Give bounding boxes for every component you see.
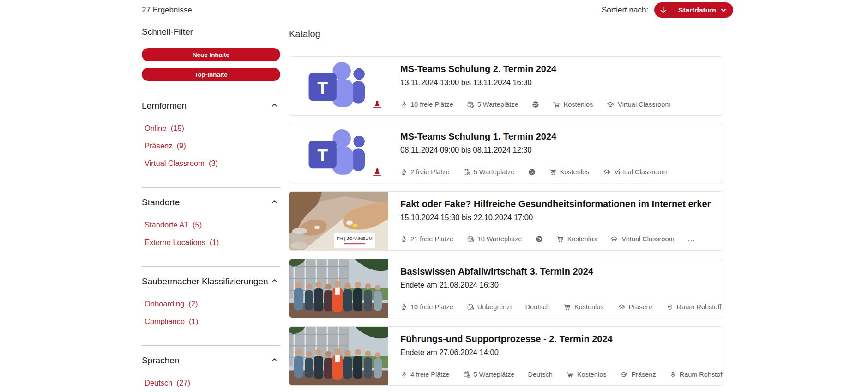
ms-teams-logo: T (305, 61, 373, 111)
svg-text:T: T (317, 146, 328, 165)
quick-filter-title: Schnell-Filter (142, 27, 280, 37)
meta-label: Kostenlos (564, 101, 593, 108)
course-card-list: T MS-Teams Schulung 2. Termin 202413.11.… (289, 56, 723, 386)
location-pin-icon (669, 371, 676, 378)
globe-icon (536, 235, 543, 243)
meta-label: 10 freie Plätze (410, 303, 453, 311)
team-group-photo (289, 259, 388, 318)
calendar-clock-icon (467, 235, 474, 243)
team-group-photo (289, 327, 388, 385)
meta-item: Raum Rohstoff (669, 371, 723, 378)
course-card[interactable]: T MS-Teams Schulung 1. Termin 202408.11.… (289, 124, 723, 183)
meta-label: Präsenz (631, 371, 656, 378)
course-card-content: Führungs-und Supportprozesse - 2. Termin… (388, 327, 723, 385)
calendar-clock-icon (467, 101, 474, 108)
course-card-content: Fakt oder Fake? Hilfreiche Gesundheitsin… (388, 192, 723, 250)
shopping-cart-icon (566, 371, 574, 378)
course-date: Endete am 27.06.2024 14:00 (400, 348, 711, 357)
course-date: 08.11.2024 09:00 bis 08.11.2024 12:30 (400, 146, 711, 154)
meta-label: 5 Warteplätze (474, 371, 515, 378)
filter-sidebar: Schnell-Filter Neue Inhalte Top-Inhalte … (142, 27, 280, 392)
quick-filter-neue-inhalte-button[interactable]: Neue Inhalte (142, 48, 280, 61)
quick-filter-top-inhalte-button[interactable]: Top-Inhalte (142, 68, 280, 81)
page-title: Katalog (289, 29, 723, 39)
microphone-icon (400, 371, 407, 378)
calendar-clock-icon (467, 303, 474, 311)
course-title[interactable]: Führungs-und Supportprozesse - 2. Termin… (400, 334, 711, 344)
shopping-cart-icon (553, 101, 561, 108)
course-card[interactable]: T MS-Teams Schulung 2. Termin 202413.11.… (289, 56, 723, 116)
chevron-up-icon[interactable] (271, 198, 278, 208)
meta-item (536, 235, 543, 243)
location-pin-icon (667, 303, 674, 311)
course-title[interactable]: Fakt oder Fake? Hilfreiche Gesundheitsin… (400, 199, 711, 209)
meta-label: Virtual Classroom (618, 101, 670, 108)
filter-section-header[interactable]: Sprachen (142, 346, 280, 366)
filter-section-header[interactable]: Lernformen (142, 91, 280, 111)
sort-label: Sortiert nach: (602, 6, 648, 15)
meta-label: Kostenlos (560, 168, 590, 176)
filter-option-list: Deutsch(27)Englisch (GB)(23) (142, 366, 280, 392)
meta-item: Kostenlos (549, 168, 590, 176)
filter-option-count: (27) (177, 379, 190, 387)
filter-option[interactable]: Online(15) (145, 124, 280, 133)
filter-section-title: Sprachen (142, 355, 179, 366)
brand-mark-icon (372, 168, 383, 177)
course-title[interactable]: MS-Teams Schulung 1. Termin 2024 (400, 131, 711, 142)
svg-text:FH | JOANNEUM: FH | JOANNEUM (337, 236, 372, 241)
filter-option[interactable]: Externe Locations(1) (145, 238, 280, 247)
filter-option[interactable]: Standorte AT(5) (145, 220, 280, 229)
course-thumbnail: T (289, 124, 388, 183)
meta-label: 10 freie Plätze (410, 101, 453, 108)
course-card-content: MS-Teams Schulung 1. Termin 202408.11.20… (388, 124, 723, 183)
meta-item (528, 168, 536, 176)
meta-item: 5 Warteplätze (467, 101, 518, 108)
chevron-up-icon[interactable] (271, 356, 278, 366)
meta-label: 10 Warteplätze (477, 235, 522, 243)
meta-item: 5 Warteplätze (463, 371, 515, 378)
filter-option[interactable]: Compliance(1) (145, 317, 280, 326)
meta-label: Virtual Classroom (621, 235, 674, 243)
course-card[interactable]: FH | JOANNEUM Fakt oder Fake? Hilfreiche… (289, 191, 723, 251)
filter-option-label: Online (145, 124, 167, 132)
filter-section-header[interactable]: Standorte (142, 188, 280, 208)
meta-item: Unbegrenzt (467, 303, 512, 311)
course-card[interactable]: Basiswissen Abfallwirtschaft 3. Termin 2… (289, 259, 723, 318)
meta-item: Kostenlos (566, 371, 607, 378)
filter-option-count: (15) (171, 124, 184, 132)
graduation-cap-icon (617, 303, 626, 311)
course-meta-row: 10 freie PlätzeUnbegrenztDeutschKostenlo… (400, 303, 711, 311)
filter-option-label: Deutsch (145, 379, 173, 387)
microphone-icon (400, 303, 407, 311)
hands-pills-photo: FH | JOANNEUM (289, 192, 388, 250)
filter-option-label: Präsenz (145, 141, 173, 150)
brand-mark-icon (372, 100, 383, 110)
filter-section-header[interactable]: Saubermacher Klassifizierungen (142, 267, 280, 287)
filter-option-label: Virtual Classroom (145, 159, 205, 167)
chevron-up-icon[interactable] (271, 101, 278, 111)
sort-button-label: Startdatum (672, 6, 720, 14)
filter-option-list: Standorte AT(5)Externe Locations(1) (142, 208, 280, 257)
course-title[interactable]: MS-Teams Schulung 2. Termin 2024 (400, 64, 711, 74)
filter-option-list: Online(15)Präsenz(9)Virtual Classroom(3) (142, 111, 280, 178)
meta-item: Präsenz (620, 371, 656, 378)
sort-direction-down-icon[interactable] (654, 6, 672, 14)
filter-option[interactable]: Onboarding(2) (145, 300, 280, 308)
filter-section: Saubermacher KlassifizierungenOnboarding… (142, 266, 280, 336)
meta-item: 5 Warteplätze (463, 168, 515, 176)
chevron-up-icon[interactable] (271, 277, 278, 287)
sort-button[interactable]: Startdatum (654, 2, 733, 18)
meta-label: Kostenlos (574, 303, 604, 311)
filter-option[interactable]: Präsenz(9) (145, 141, 280, 150)
course-card[interactable]: Führungs-und Supportprozesse - 2. Termin… (289, 326, 723, 386)
meta-item: Präsenz (617, 303, 653, 311)
filter-section: StandorteStandorte AT(5)Externe Location… (142, 187, 280, 257)
course-meta-row: 2 freie Plätze5 WarteplätzeKostenlosVirt… (400, 168, 711, 176)
filter-option[interactable]: Virtual Classroom(3) (145, 159, 280, 168)
course-date: 15.10.2024 15:30 bis 22.10.2024 17:00 (400, 213, 711, 222)
course-title[interactable]: Basiswissen Abfallwirtschaft 3. Termin 2… (400, 266, 711, 277)
meta-label: Raum Rohstoff (680, 371, 723, 378)
meta-item: Deutsch (525, 303, 550, 311)
meta-item (532, 101, 539, 108)
filter-option[interactable]: Deutsch(27) (145, 379, 280, 387)
